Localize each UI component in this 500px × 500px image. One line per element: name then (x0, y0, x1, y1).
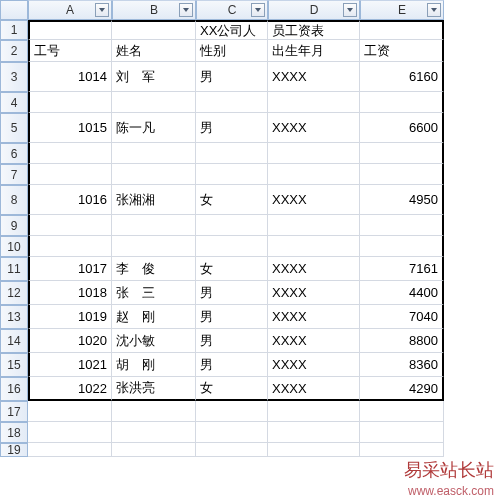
row-header-11[interactable]: 11 (0, 257, 28, 281)
column-header-c[interactable]: C (196, 0, 268, 20)
cell-C16[interactable]: 女 (196, 377, 268, 401)
cell-B8[interactable]: 张湘湘 (112, 185, 196, 215)
column-header-b[interactable]: B (112, 0, 196, 20)
cell-B13[interactable]: 赵 刚 (112, 305, 196, 329)
cell-C9[interactable] (196, 215, 268, 236)
cell-E4[interactable] (360, 92, 444, 113)
cell-C7[interactable] (196, 164, 268, 185)
cell-A19[interactable] (28, 443, 112, 457)
cell-A6[interactable] (28, 143, 112, 164)
cell-B9[interactable] (112, 215, 196, 236)
cell-D17[interactable] (268, 401, 360, 422)
cell-B7[interactable] (112, 164, 196, 185)
cell-C15[interactable]: 男 (196, 353, 268, 377)
cell-A18[interactable] (28, 422, 112, 443)
cell-C14[interactable]: 男 (196, 329, 268, 353)
column-header-a[interactable]: A (28, 0, 112, 20)
cell-E16[interactable]: 4290 (360, 377, 444, 401)
filter-dropdown-icon[interactable] (427, 3, 441, 17)
cell-D2[interactable]: 出生年月 (268, 40, 360, 62)
cell-B1[interactable] (112, 20, 196, 40)
cell-C3[interactable]: 男 (196, 62, 268, 92)
cell-B6[interactable] (112, 143, 196, 164)
cell-A1[interactable] (28, 20, 112, 40)
cell-C18[interactable] (196, 422, 268, 443)
cell-D7[interactable] (268, 164, 360, 185)
cell-E13[interactable]: 7040 (360, 305, 444, 329)
cell-D12[interactable]: XXXX (268, 281, 360, 305)
filter-dropdown-icon[interactable] (179, 3, 193, 17)
cell-E6[interactable] (360, 143, 444, 164)
cell-E17[interactable] (360, 401, 444, 422)
cell-A2[interactable]: 工号 (28, 40, 112, 62)
cell-E5[interactable]: 6600 (360, 113, 444, 143)
cell-C11[interactable]: 女 (196, 257, 268, 281)
row-header-10[interactable]: 10 (0, 236, 28, 257)
cell-E19[interactable] (360, 443, 444, 457)
cell-B12[interactable]: 张 三 (112, 281, 196, 305)
cell-C8[interactable]: 女 (196, 185, 268, 215)
cell-B10[interactable] (112, 236, 196, 257)
cell-C1[interactable]: XX公司人 (196, 20, 268, 40)
cell-D10[interactable] (268, 236, 360, 257)
cell-B11[interactable]: 李 俊 (112, 257, 196, 281)
cell-A17[interactable] (28, 401, 112, 422)
cell-D13[interactable]: XXXX (268, 305, 360, 329)
row-header-16[interactable]: 16 (0, 377, 28, 401)
column-header-e[interactable]: E (360, 0, 444, 20)
row-header-18[interactable]: 18 (0, 422, 28, 443)
cell-E11[interactable]: 7161 (360, 257, 444, 281)
row-header-7[interactable]: 7 (0, 164, 28, 185)
cell-A7[interactable] (28, 164, 112, 185)
row-header-6[interactable]: 6 (0, 143, 28, 164)
row-header-2[interactable]: 2 (0, 40, 28, 62)
cell-D15[interactable]: XXXX (268, 353, 360, 377)
cell-A9[interactable] (28, 215, 112, 236)
cell-B19[interactable] (112, 443, 196, 457)
cell-B2[interactable]: 姓名 (112, 40, 196, 62)
row-header-19[interactable]: 19 (0, 443, 28, 457)
cell-E10[interactable] (360, 236, 444, 257)
cell-A8[interactable]: 1016 (28, 185, 112, 215)
cell-E1[interactable] (360, 20, 444, 40)
cell-A16[interactable]: 1022 (28, 377, 112, 401)
cell-A5[interactable]: 1015 (28, 113, 112, 143)
cell-B18[interactable] (112, 422, 196, 443)
cell-C6[interactable] (196, 143, 268, 164)
cell-C19[interactable] (196, 443, 268, 457)
cell-E8[interactable]: 4950 (360, 185, 444, 215)
row-header-15[interactable]: 15 (0, 353, 28, 377)
cell-B16[interactable]: 张洪亮 (112, 377, 196, 401)
cell-A11[interactable]: 1017 (28, 257, 112, 281)
cell-C5[interactable]: 男 (196, 113, 268, 143)
filter-dropdown-icon[interactable] (251, 3, 265, 17)
cell-E2[interactable]: 工资 (360, 40, 444, 62)
row-header-5[interactable]: 5 (0, 113, 28, 143)
cell-E18[interactable] (360, 422, 444, 443)
filter-dropdown-icon[interactable] (343, 3, 357, 17)
row-header-3[interactable]: 3 (0, 62, 28, 92)
row-header-12[interactable]: 12 (0, 281, 28, 305)
cell-C2[interactable]: 性别 (196, 40, 268, 62)
cell-D4[interactable] (268, 92, 360, 113)
cell-D5[interactable]: XXXX (268, 113, 360, 143)
cell-D6[interactable] (268, 143, 360, 164)
row-header-14[interactable]: 14 (0, 329, 28, 353)
cell-A13[interactable]: 1019 (28, 305, 112, 329)
cell-A15[interactable]: 1021 (28, 353, 112, 377)
cell-A3[interactable]: 1014 (28, 62, 112, 92)
cell-D9[interactable] (268, 215, 360, 236)
cell-B4[interactable] (112, 92, 196, 113)
cell-B3[interactable]: 刘 军 (112, 62, 196, 92)
cell-D8[interactable]: XXXX (268, 185, 360, 215)
cell-B5[interactable]: 陈一凡 (112, 113, 196, 143)
cell-E3[interactable]: 6160 (360, 62, 444, 92)
cell-C13[interactable]: 男 (196, 305, 268, 329)
cell-E14[interactable]: 8800 (360, 329, 444, 353)
row-header-17[interactable]: 17 (0, 401, 28, 422)
cell-A4[interactable] (28, 92, 112, 113)
row-header-9[interactable]: 9 (0, 215, 28, 236)
cell-C4[interactable] (196, 92, 268, 113)
filter-dropdown-icon[interactable] (95, 3, 109, 17)
cell-E15[interactable]: 8360 (360, 353, 444, 377)
